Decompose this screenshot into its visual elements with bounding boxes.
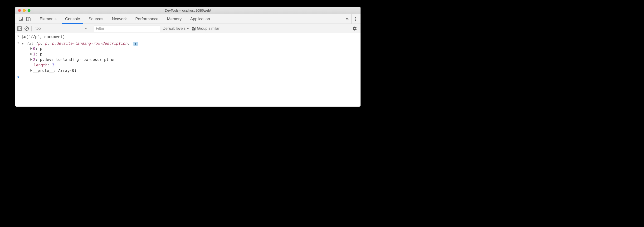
maximize-window-button[interactable] [28, 9, 30, 12]
tab-console[interactable]: Console [61, 14, 84, 24]
console-toolbar: top Default levels Group similar [15, 24, 360, 33]
titlebar: DevTools - localhost:8080/web/ [15, 7, 360, 14]
result-child-1[interactable]: 1: p [22, 51, 358, 57]
device-toolbar-icon[interactable] [26, 17, 32, 22]
expand-toggle-icon[interactable] [30, 53, 32, 55]
console-input[interactable] [22, 75, 360, 75]
tab-network[interactable]: Network [108, 14, 131, 24]
length-key: length [34, 63, 48, 67]
group-similar-checkbox[interactable] [192, 27, 196, 31]
result-indicator-icon [15, 41, 22, 44]
inspect-tools [16, 14, 34, 24]
result-length-row[interactable]: length: 3 [22, 62, 358, 68]
sidebar-toggle-icon[interactable] [17, 27, 22, 31]
context-label: top [36, 27, 41, 31]
child-value: p [40, 46, 42, 51]
inspect-element-icon[interactable] [18, 17, 24, 22]
context-selector[interactable]: top [34, 26, 89, 31]
result-preview-line[interactable]: (3) [p, p, p.devsite-landing-row-descrip… [22, 41, 358, 46]
result-body[interactable]: (3) [p, p, p.devsite-landing-row-descrip… [22, 41, 360, 73]
prompt-icon [15, 75, 22, 79]
svg-point-10 [17, 43, 18, 43]
svg-point-5 [355, 20, 356, 21]
filter-input[interactable] [94, 25, 160, 32]
svg-rect-2 [29, 18, 31, 21]
console-output: $x("//p", document) (3) [p, p, p.devsite… [15, 33, 360, 107]
result-child-2[interactable]: 2: p.devsite-landing-row-description [22, 57, 358, 62]
tabs-bar: Elements Console Sources Network Perform… [15, 14, 360, 24]
preview-item-2[interactable]: p.devsite-landing-row-description [52, 41, 128, 46]
expand-toggle-icon[interactable] [30, 47, 32, 50]
console-settings-icon[interactable] [351, 26, 358, 31]
more-options-button[interactable] [352, 14, 360, 24]
child-index: 1 [33, 52, 36, 56]
tab-sources[interactable]: Sources [84, 14, 108, 24]
svg-line-9 [26, 27, 28, 30]
preview-item-1[interactable]: p [45, 41, 47, 46]
svg-rect-6 [17, 27, 22, 31]
svg-rect-0 [19, 17, 22, 21]
input-prompt-icon [15, 34, 22, 38]
tab-performance[interactable]: Performance [131, 14, 163, 24]
result-proto-row[interactable]: __proto__: Array(0) [22, 68, 358, 73]
length-value: 3 [52, 63, 54, 67]
svg-point-4 [355, 19, 356, 20]
proto-key: __proto__ [33, 68, 54, 73]
child-value: p [40, 52, 42, 56]
log-levels-dropdown[interactable]: Default levels [163, 27, 189, 31]
devtools-window: DevTools - localhost:8080/web/ Elements … [15, 7, 360, 107]
group-similar-toggle[interactable]: Group similar [192, 27, 220, 31]
tab-memory[interactable]: Memory [163, 14, 186, 24]
child-value: p.devsite-landing-row-description [40, 57, 116, 62]
tabs-overflow-button[interactable]: » [343, 14, 352, 24]
group-similar-label: Group similar [197, 27, 220, 31]
info-icon[interactable]: i [134, 42, 138, 46]
console-prompt-row[interactable] [15, 74, 360, 79]
proto-value: Array(0) [58, 68, 76, 73]
tab-application[interactable]: Application [186, 14, 214, 24]
child-index: 0 [33, 46, 36, 51]
console-input-echo-row: $x("//p", document) [15, 33, 360, 40]
expand-toggle-icon[interactable] [30, 58, 32, 61]
expand-toggle-icon[interactable] [22, 43, 24, 45]
traffic-lights [18, 9, 30, 12]
expand-toggle-icon[interactable] [30, 69, 32, 72]
svg-point-3 [355, 17, 356, 18]
close-window-button[interactable] [18, 9, 21, 12]
tab-elements[interactable]: Elements [36, 14, 61, 24]
levels-label: Default levels [163, 27, 186, 31]
child-index: 2 [33, 57, 36, 62]
window-title: DevTools - localhost:8080/web/ [15, 9, 360, 12]
result-child-0[interactable]: 0: p [22, 46, 358, 51]
clear-console-icon[interactable] [24, 26, 29, 31]
minimize-window-button[interactable] [23, 9, 26, 12]
result-count: (3) [27, 41, 34, 46]
console-command-text[interactable]: $x("//p", document) [22, 34, 360, 39]
tab-list: Elements Console Sources Network Perform… [36, 14, 343, 24]
console-result-row: (3) [p, p, p.devsite-landing-row-descrip… [15, 40, 360, 74]
